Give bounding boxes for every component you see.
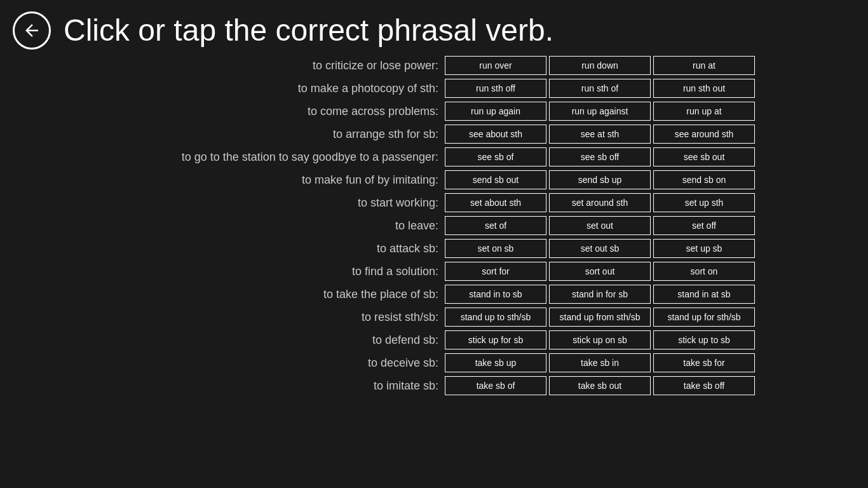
option-button-6-0[interactable]: set about sth [445,193,546,212]
option-button-3-0[interactable]: see about sth [445,125,546,144]
options-group: run sth offrun sth ofrun sth out [445,79,755,98]
option-button-13-1[interactable]: take sb in [549,353,651,372]
option-button-8-1[interactable]: set out sb [549,239,651,258]
option-button-4-1[interactable]: see sb off [549,147,651,166]
quiz-row: to criticize or lose power:run overrun d… [13,56,855,75]
quiz-row: to deceive sb:take sb uptake sb intake s… [13,353,855,372]
option-button-1-0[interactable]: run sth off [445,79,546,98]
question-label: to attack sb: [13,242,445,255]
options-group: stand up to sth/sbstand up from sth/sbst… [445,308,755,327]
options-group: see about sthsee at sthsee around sth [445,125,755,144]
question-label: to make a photocopy of sth: [13,82,445,95]
quiz-row: to attack sb:set on sbset out sbset up s… [13,239,855,258]
option-button-10-1[interactable]: stand in for sb [549,285,651,304]
options-group: take sb uptake sb intake sb for [445,353,755,372]
option-button-11-1[interactable]: stand up from sth/sb [549,308,651,327]
option-button-14-2[interactable]: take sb off [653,376,755,395]
option-button-13-2[interactable]: take sb for [653,353,755,372]
option-button-3-2[interactable]: see around sth [653,125,755,144]
page-title: Click or tap the correct phrasal verb. [64,14,553,48]
option-button-5-0[interactable]: send sb out [445,170,546,189]
option-button-4-0[interactable]: see sb of [445,147,546,166]
option-button-0-0[interactable]: run over [445,56,546,75]
option-button-2-1[interactable]: run up against [549,102,651,121]
quiz-row: to defend sb:stick up for sbstick up on … [13,330,855,349]
options-group: stick up for sbstick up on sbstick up to… [445,330,755,349]
options-group: see sb ofsee sb offsee sb out [445,147,755,166]
question-label: to deceive sb: [13,356,445,370]
question-label: to criticize or lose power: [13,59,445,72]
option-button-6-1[interactable]: set around sth [549,193,651,212]
question-label: to resist sth/sb: [13,311,445,324]
option-button-1-2[interactable]: run sth out [653,79,755,98]
option-button-3-1[interactable]: see at sth [549,125,651,144]
question-label: to take the place of sb: [13,288,445,301]
option-button-7-0[interactable]: set of [445,216,546,235]
quiz-row: to resist sth/sb:stand up to sth/sbstand… [13,308,855,327]
options-group: run up againrun up againstrun up at [445,102,755,121]
options-group: set on sbset out sbset up sb [445,239,755,258]
options-group: send sb outsend sb upsend sb on [445,170,755,189]
option-button-13-0[interactable]: take sb up [445,353,546,372]
options-group: sort forsort outsort on [445,262,755,281]
option-button-8-0[interactable]: set on sb [445,239,546,258]
option-button-12-1[interactable]: stick up on sb [549,330,651,349]
option-button-10-2[interactable]: stand in at sb [653,285,755,304]
question-label: to defend sb: [13,334,445,347]
option-button-8-2[interactable]: set up sb [653,239,755,258]
quiz-row: to come across problems:run up againrun … [13,102,855,121]
options-group: set ofset outset off [445,216,755,235]
option-button-7-2[interactable]: set off [653,216,755,235]
options-group: set about sthset around sthset up sth [445,193,755,212]
options-group: run overrun downrun at [445,56,755,75]
option-button-9-0[interactable]: sort for [445,262,546,281]
question-label: to go to the station to say goodbye to a… [13,151,445,164]
question-label: to start working: [13,196,445,210]
question-label: to come across problems: [13,105,445,118]
quiz-row: to imitate sb:take sb oftake sb outtake … [13,376,855,395]
option-button-5-1[interactable]: send sb up [549,170,651,189]
question-label: to find a solution: [13,265,445,278]
option-button-14-0[interactable]: take sb of [445,376,546,395]
quiz-row: to go to the station to say goodbye to a… [13,147,855,166]
option-button-11-0[interactable]: stand up to sth/sb [445,308,546,327]
header: Click or tap the correct phrasal verb. [0,0,868,56]
option-button-12-2[interactable]: stick up to sb [653,330,755,349]
back-button[interactable] [13,11,51,50]
quiz-row: to start working:set about sthset around… [13,193,855,212]
option-button-0-2[interactable]: run at [653,56,755,75]
option-button-5-2[interactable]: send sb on [653,170,755,189]
option-button-6-2[interactable]: set up sth [653,193,755,212]
option-button-1-1[interactable]: run sth of [549,79,651,98]
question-label: to arrange sth for sb: [13,128,445,141]
quiz-row: to arrange sth for sb:see about sthsee a… [13,125,855,144]
options-group: stand in to sbstand in for sbstand in at… [445,285,755,304]
option-button-11-2[interactable]: stand up for sth/sb [653,308,755,327]
quiz-row: to find a solution:sort forsort outsort … [13,262,855,281]
question-label: to imitate sb: [13,379,445,393]
option-button-4-2[interactable]: see sb out [653,147,755,166]
option-button-7-1[interactable]: set out [549,216,651,235]
option-button-12-0[interactable]: stick up for sb [445,330,546,349]
quiz-content: to criticize or lose power:run overrun d… [0,56,868,395]
option-button-2-2[interactable]: run up at [653,102,755,121]
quiz-row: to take the place of sb:stand in to sbst… [13,285,855,304]
option-button-9-2[interactable]: sort on [653,262,755,281]
option-button-9-1[interactable]: sort out [549,262,651,281]
quiz-row: to leave:set ofset outset off [13,216,855,235]
question-label: to make fun of by imitating: [13,173,445,187]
question-label: to leave: [13,219,445,233]
option-button-14-1[interactable]: take sb out [549,376,651,395]
option-button-10-0[interactable]: stand in to sb [445,285,546,304]
quiz-row: to make a photocopy of sth:run sth offru… [13,79,855,98]
option-button-0-1[interactable]: run down [549,56,651,75]
quiz-row: to make fun of by imitating:send sb outs… [13,170,855,189]
options-group: take sb oftake sb outtake sb off [445,376,755,395]
option-button-2-0[interactable]: run up again [445,102,546,121]
